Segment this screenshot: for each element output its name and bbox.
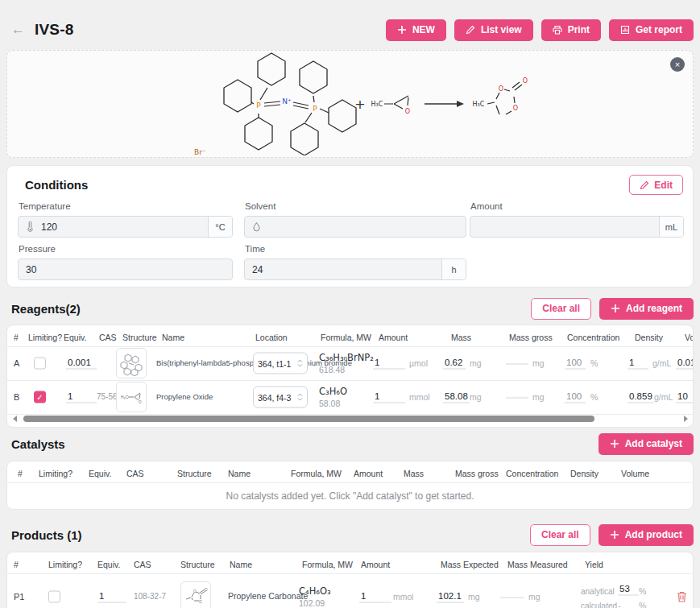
n-atom: N⁺	[282, 97, 292, 105]
svg-text:O: O	[139, 400, 142, 404]
add-catalyst-button[interactable]: Add catalyst	[599, 433, 694, 455]
print-button[interactable]: Print	[541, 19, 601, 41]
limiting-checkbox[interactable]	[48, 591, 60, 603]
time-input[interactable]: 24 h	[244, 259, 466, 280]
mass-field[interactable]: 0.62	[443, 358, 466, 370]
add-reagent-button[interactable]: Add reagent	[599, 298, 694, 320]
add-product-button[interactable]: Add product	[599, 524, 694, 546]
pnp-structure-icon	[118, 350, 144, 376]
concentration-field[interactable]: 100	[565, 358, 586, 370]
col-name: Name	[228, 469, 251, 478]
mass-gross-field[interactable]	[506, 396, 528, 399]
limiting-checkbox[interactable]	[34, 358, 46, 370]
table-row: A 0.001 Bis(triphenyl-lambda5	[7, 346, 693, 380]
structure-thumbnail[interactable]: O O O	[180, 581, 211, 608]
p-atom-right: P	[313, 105, 317, 113]
conditions-title: Conditions	[25, 178, 88, 192]
plus-icon	[397, 25, 407, 35]
location-select[interactable]: 364, f4-3	[253, 387, 308, 408]
reagents-clear-all-button[interactable]: Clear all	[531, 298, 591, 320]
get-report-button[interactable]: Get report	[609, 19, 694, 41]
solvent-label: Solvent	[245, 201, 275, 211]
amount-field[interactable]: 1	[373, 358, 405, 370]
equiv-field[interactable]: 1	[97, 591, 126, 603]
col-cas: CAS	[99, 333, 117, 342]
equiv-field[interactable]: 1	[66, 391, 97, 403]
reaction-scheme: P N⁺ P Br⁻ + H₃C O H₃C O O O	[7, 51, 691, 155]
col-name: Name	[230, 560, 252, 569]
pencil-icon	[466, 25, 475, 35]
time-label: Time	[245, 244, 265, 254]
new-button[interactable]: NEW	[386, 19, 446, 41]
location-select[interactable]: 364, t1-1	[253, 353, 308, 374]
col-yield: Yield	[585, 560, 603, 569]
methyl-label-epoxide: H₃C	[371, 101, 383, 108]
density-field[interactable]: 1	[628, 358, 648, 370]
products-clear-all-button[interactable]: Clear all	[530, 524, 590, 546]
svg-text:H₃C: H₃C	[121, 395, 129, 399]
catalysts-title: Catalysts	[11, 437, 65, 451]
stepper-icon	[297, 390, 303, 404]
pencil-icon	[640, 180, 649, 190]
limiting-checkbox[interactable]	[34, 391, 46, 403]
page-title: IVS-8	[35, 21, 74, 39]
col-volume: Volume	[621, 469, 649, 478]
yield-analytical-field[interactable]: 53	[618, 584, 639, 596]
col-concentration: Concentration	[506, 469, 558, 478]
col-formula: Formula, MW	[302, 560, 353, 569]
scroll-right-icon[interactable]	[681, 415, 690, 423]
temperature-input[interactable]: 120 °C	[18, 216, 233, 238]
equiv-field[interactable]: 0.001	[66, 358, 97, 370]
col-mass: Mass	[451, 333, 471, 342]
temperature-unit: °C	[208, 217, 232, 237]
plus-sign: +	[354, 97, 365, 112]
col-equiv: Equiv.	[64, 333, 86, 342]
mass-expected-field[interactable]: 102.1	[437, 591, 464, 603]
o-atom-ring-bottom: O	[513, 105, 518, 112]
mass-gross-field[interactable]	[506, 362, 528, 365]
trash-icon[interactable]	[676, 590, 688, 603]
methyl-label-product: H₃C	[473, 101, 485, 108]
edit-button[interactable]: Edit	[629, 175, 683, 195]
amount-field[interactable]: 1	[359, 591, 391, 603]
svg-text:O: O	[199, 600, 202, 604]
structure-thumbnail[interactable]	[116, 348, 147, 378]
catalysts-section-head: Catalysts Add catalyst	[6, 432, 694, 456]
amount-field[interactable]: 1	[373, 391, 405, 403]
col-structure: Structure	[177, 469, 212, 478]
amount-label: Amount	[470, 201, 503, 211]
products-section-head: Products (1) Clear all Add product	[6, 523, 694, 547]
density-field[interactable]: 0.859	[628, 391, 654, 403]
scrollbar-thumb[interactable]	[23, 416, 594, 422]
mass-field[interactable]: 58.08	[443, 391, 470, 403]
col-equiv: Equiv.	[97, 560, 120, 569]
mass-measured-field[interactable]	[500, 596, 524, 598]
structure-thumbnail[interactable]: H₃C O	[116, 382, 147, 412]
top-bar: ← IVS-8 NEW List view Print Ge	[0, 0, 700, 48]
pressure-input[interactable]: 30	[18, 259, 233, 280]
printer-icon	[553, 25, 562, 35]
col-amount: Amount	[361, 560, 390, 569]
col-limiting: Limiting?	[39, 469, 72, 478]
reagents-title: Reagents(2)	[11, 302, 81, 316]
col-number: #	[18, 469, 23, 478]
thermometer-icon	[26, 221, 35, 232]
volume-field[interactable]: 0.01	[676, 358, 694, 370]
col-volume: Volume	[685, 333, 694, 342]
col-cas: CAS	[134, 560, 151, 569]
solvent-input[interactable]	[244, 216, 466, 238]
reaction-scheme-card: × P N⁺ P Br⁻ + H₃C	[6, 50, 694, 158]
catalysts-table: # Limiting? Equiv. CAS Structure Name Fo…	[6, 461, 694, 510]
temperature-label: Temperature	[19, 201, 71, 211]
concentration-field[interactable]: 100	[565, 391, 586, 403]
volume-field[interactable]: 10	[676, 391, 694, 403]
amount-input[interactable]: mL	[470, 216, 684, 238]
col-amount: Amount	[354, 469, 383, 478]
products-title: Products (1)	[11, 528, 82, 542]
horizontal-scrollbar[interactable]	[10, 413, 690, 424]
back-icon[interactable]: ←	[11, 22, 25, 38]
scroll-left-icon[interactable]	[10, 415, 19, 423]
table-row: P1 1 108-32-7 O O O Propylene Carbonate …	[7, 573, 693, 608]
list-view-button[interactable]: List view	[454, 19, 533, 41]
plus-icon	[611, 304, 620, 313]
